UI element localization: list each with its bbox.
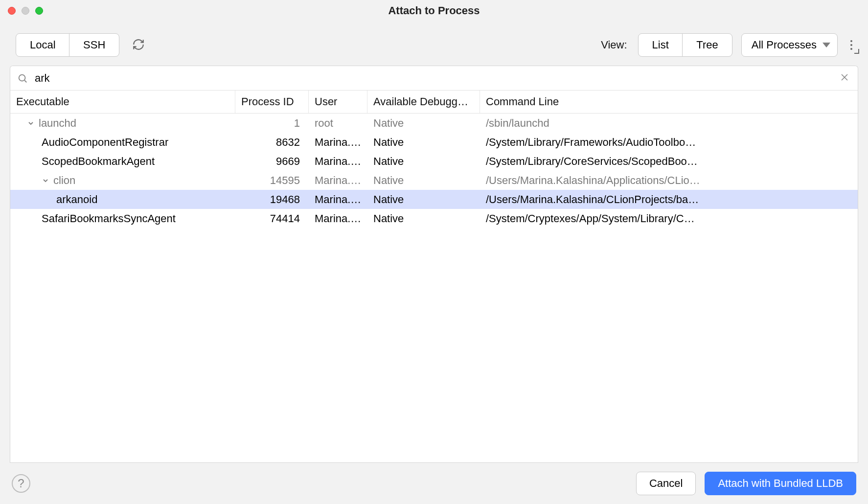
help-button[interactable]: ? — [12, 474, 30, 493]
executable-name: ScopedBookmarkAgent — [42, 155, 155, 168]
process-filter-dropdown[interactable]: All Processes — [741, 33, 838, 57]
connection-segmented: Local SSH — [16, 33, 119, 57]
cell-executable: AudioComponentRegistrar — [10, 136, 235, 149]
minimize-window-button[interactable] — [22, 7, 29, 15]
more-options-button[interactable] — [846, 38, 856, 52]
cell-command-line: /Users/Marina.Kalashina/Applications/CLi… — [480, 174, 858, 187]
executable-name: SafariBookmarksSyncAgent — [42, 212, 176, 225]
titlebar: Attach to Process — [0, 0, 868, 22]
ssh-tab[interactable]: SSH — [69, 33, 119, 57]
search-icon — [17, 73, 28, 84]
cell-executable: SafariBookmarksSyncAgent — [10, 212, 235, 225]
cell-user: Marina.… — [309, 212, 367, 225]
table-row[interactable]: ScopedBookmarkAgent9669Marina.…Native/Sy… — [10, 152, 858, 171]
cell-debugger: Native — [367, 136, 480, 149]
executable-name: AudioComponentRegistrar — [42, 136, 168, 149]
executable-name: launchd — [39, 117, 76, 130]
cell-debugger: Native — [367, 212, 480, 225]
cell-pid: 74414 — [235, 212, 309, 225]
view-mode-segmented: List Tree — [638, 33, 732, 57]
cell-command-line: /sbin/launchd — [480, 117, 858, 130]
cell-command-line: /Users/Marina.Kalashina/CLionProjects/ba… — [480, 193, 858, 206]
cell-user: Marina.… — [309, 193, 367, 206]
col-debuggers[interactable]: Available Debugg… — [367, 91, 480, 113]
toolbar: Local SSH View: List Tree All Processes — [0, 22, 868, 66]
cell-executable: launchd — [10, 117, 235, 130]
refresh-button[interactable] — [128, 34, 149, 56]
expand-chevron-icon[interactable] — [27, 119, 35, 127]
tree-view-button[interactable]: Tree — [682, 33, 732, 57]
cell-user: Marina.… — [309, 174, 367, 187]
executable-name: arkanoid — [56, 193, 97, 206]
cell-pid: 14595 — [235, 174, 309, 187]
cell-user: Marina.… — [309, 136, 367, 149]
zoom-window-button[interactable] — [35, 7, 43, 15]
search-bar — [10, 66, 858, 90]
table-body: launchd1rootNative/sbin/launchdAudioComp… — [10, 114, 858, 228]
attach-button[interactable]: Attach with Bundled LLDB — [705, 472, 856, 495]
kebab-dot-icon — [850, 40, 852, 42]
cell-pid: 9669 — [235, 155, 309, 168]
clear-search-button[interactable] — [838, 71, 851, 85]
cell-command-line: /System/Cryptexes/App/System/Library/C… — [480, 212, 858, 225]
kebab-dot-icon — [850, 48, 852, 50]
cell-executable: ScopedBookmarkAgent — [10, 155, 235, 168]
cell-debugger: Native — [367, 155, 480, 168]
svg-line-1 — [24, 80, 26, 82]
close-window-button[interactable] — [8, 7, 16, 15]
expand-corner-icon — [854, 49, 859, 54]
cell-user: Marina.… — [309, 155, 367, 168]
cell-debugger: Native — [367, 174, 480, 187]
cell-pid: 1 — [235, 117, 309, 130]
list-view-button[interactable]: List — [638, 33, 683, 57]
cell-executable: clion — [10, 174, 235, 187]
attach-to-process-dialog: Attach to Process Local SSH View: List T… — [0, 0, 868, 504]
cell-debugger: Native — [367, 117, 480, 130]
window-controls — [8, 7, 43, 15]
table-row[interactable]: SafariBookmarksSyncAgent74414Marina.…Nat… — [10, 209, 858, 228]
cell-debugger: Native — [367, 193, 480, 206]
search-input[interactable] — [28, 72, 838, 85]
cell-executable: arkanoid — [10, 193, 235, 206]
cell-command-line: /System/Library/CoreServices/ScopedBoo… — [480, 155, 858, 168]
col-command-line[interactable]: Command Line — [480, 91, 858, 113]
table-row[interactable]: arkanoid19468Marina.…Native/Users/Marina… — [10, 190, 858, 209]
cell-pid: 19468 — [235, 193, 309, 206]
dropdown-triangle-icon — [822, 43, 830, 47]
col-process-id[interactable]: Process ID — [235, 91, 309, 113]
cell-command-line: /System/Library/Frameworks/AudioToolbo… — [480, 136, 858, 149]
table-header: Executable Process ID User Available Deb… — [10, 90, 858, 114]
cell-pid: 8632 — [235, 136, 309, 149]
expand-chevron-icon[interactable] — [42, 177, 49, 184]
process-filter-label: All Processes — [752, 39, 817, 51]
cell-user: root — [309, 117, 367, 130]
col-user[interactable]: User — [309, 91, 367, 113]
executable-name: clion — [53, 174, 75, 187]
view-label: View: — [601, 39, 627, 51]
refresh-icon — [132, 38, 145, 51]
table-row[interactable]: AudioComponentRegistrar8632Marina.…Nativ… — [10, 133, 858, 152]
close-icon — [841, 74, 848, 81]
svg-point-0 — [19, 74, 25, 81]
table-row[interactable]: clion14595Marina.…Native/Users/Marina.Ka… — [10, 171, 858, 190]
local-tab[interactable]: Local — [16, 33, 70, 57]
process-table: Executable Process ID User Available Deb… — [10, 90, 858, 463]
dialog-footer: ? Cancel Attach with Bundled LLDB — [0, 463, 868, 504]
window-title: Attach to Process — [0, 4, 868, 17]
table-row[interactable]: launchd1rootNative/sbin/launchd — [10, 114, 858, 133]
cancel-button[interactable]: Cancel — [636, 472, 696, 495]
col-executable[interactable]: Executable — [10, 91, 235, 113]
kebab-dot-icon — [850, 44, 852, 46]
